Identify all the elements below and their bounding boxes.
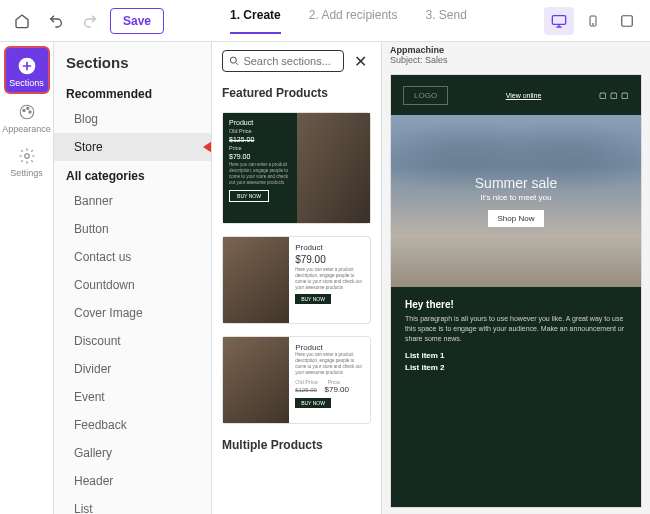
svg-point-6 (22, 109, 24, 111)
template-card[interactable]: Product Old Price $125.00 Price $79.00 H… (222, 112, 371, 224)
svg-point-7 (26, 107, 28, 109)
top-toolbar: Save 1. Create 2. Add recipients 3. Send (0, 0, 650, 42)
preview-meta: Appmachine Subject: Sales (382, 42, 650, 68)
tpl-price-label: Price (229, 145, 291, 151)
rail-settings-label: Settings (10, 168, 43, 178)
rail-sections[interactable]: Sections (4, 46, 50, 94)
tpl-desc: Here you can enter a product description… (229, 162, 291, 185)
tpl-product-label: Product (295, 343, 364, 352)
tpl-desc: Here you can enter a product description… (295, 267, 364, 290)
preview-subject-label: Subject: (390, 55, 423, 65)
body-greeting: Hey there! (405, 299, 627, 310)
instagram-icon[interactable]: ▢ (621, 91, 629, 100)
body-paragraph: This paragraph is all yours to use howev… (405, 314, 627, 343)
template-card[interactable]: Product Here you can enter a product des… (222, 336, 371, 424)
rail-appearance-label: Appearance (2, 124, 51, 134)
section-item-gallery[interactable]: Gallery (54, 439, 211, 467)
tpl-image-placeholder (223, 237, 289, 323)
sections-title: Sections (54, 42, 211, 79)
section-item-list[interactable]: List (54, 495, 211, 514)
tpl-oldprice-label: Old Price (229, 128, 291, 134)
heading-featured: Featured Products (222, 86, 371, 100)
section-item-divider[interactable]: Divider (54, 355, 211, 383)
tpl-buy-button: BUY NOW (295, 398, 331, 408)
templates-panel: ✕ Featured Products Product Old Price $1… (212, 42, 382, 514)
svg-point-9 (24, 154, 29, 159)
tpl-price: $79.00 (229, 153, 291, 160)
group-recommended: Recommended (54, 79, 211, 105)
preview-subject-value: Sales (425, 55, 448, 65)
preview-canvas[interactable]: LOGO View online ▢ ▢ ▢ Summer sale It's … (390, 74, 642, 508)
section-item-event[interactable]: Event (54, 383, 211, 411)
pointer-arrow-icon (203, 135, 211, 159)
section-item-store-label: Store (74, 140, 103, 154)
tpl-product-label: Product (229, 119, 291, 126)
section-item-header[interactable]: Header (54, 467, 211, 495)
section-item-banner[interactable]: Banner (54, 187, 211, 215)
tpl-product-label: Product (295, 243, 364, 252)
save-button[interactable]: Save (110, 8, 164, 34)
search-icon (229, 55, 239, 67)
tpl-price: $79.00 (295, 254, 364, 265)
section-item-button[interactable]: Button (54, 215, 211, 243)
section-item-countdown[interactable]: Countdown (54, 271, 211, 299)
list-item: List item 2 (405, 363, 627, 372)
view-online-link[interactable]: View online (506, 92, 542, 99)
section-item-store[interactable]: Store (54, 133, 211, 161)
mobile-preview-icon[interactable] (578, 7, 608, 35)
preview-panel: Appmachine Subject: Sales LOGO View onli… (382, 42, 650, 514)
twitter-icon[interactable]: ▢ (610, 91, 618, 100)
list-item: List item 1 (405, 351, 627, 360)
tpl-buy-button: BUY NOW (229, 190, 269, 202)
logo-placeholder: LOGO (403, 86, 448, 105)
left-rail: Sections Appearance Settings (0, 42, 54, 514)
rail-sections-label: Sections (9, 78, 44, 88)
undo-icon[interactable] (42, 7, 70, 35)
preview-expand-icon[interactable] (612, 7, 642, 35)
preview-appname: Appmachine (390, 45, 444, 55)
hero-image: Summer sale It's nice to meet you Shop N… (391, 115, 641, 287)
tpl-buy-button: BUY NOW (295, 294, 331, 304)
tpl-image-placeholder (223, 337, 289, 423)
home-icon[interactable] (8, 7, 36, 35)
step-create[interactable]: 1. Create (230, 8, 281, 34)
svg-rect-3 (622, 15, 633, 26)
search-box[interactable] (222, 50, 344, 72)
svg-point-8 (28, 111, 30, 113)
tpl-desc: Here you can enter a product description… (295, 352, 364, 375)
heading-multiple: Multiple Products (222, 438, 371, 452)
svg-point-2 (593, 23, 594, 24)
section-item-discount[interactable]: Discount (54, 327, 211, 355)
section-item-contact[interactable]: Contact us (54, 243, 211, 271)
group-all: All categories (54, 161, 211, 187)
redo-icon[interactable] (76, 7, 104, 35)
rail-appearance[interactable]: Appearance (4, 94, 50, 138)
palette-icon (17, 102, 37, 122)
section-item-feedback[interactable]: Feedback (54, 411, 211, 439)
search-input[interactable] (243, 55, 337, 67)
plus-circle-icon (17, 56, 37, 76)
wizard-steps: 1. Create 2. Add recipients 3. Send (230, 8, 467, 34)
tpl-oldprice: $125.00 (229, 136, 291, 143)
social-icons: ▢ ▢ ▢ (599, 91, 629, 100)
tpl-image-placeholder (297, 113, 371, 223)
section-item-blog[interactable]: Blog (54, 105, 211, 133)
rail-settings[interactable]: Settings (4, 138, 50, 182)
close-icon[interactable]: ✕ (350, 52, 371, 71)
tpl-oldprice: $125.00 (295, 387, 317, 393)
sections-panel: Sections Recommended Blog Store All cate… (54, 42, 212, 514)
facebook-icon[interactable]: ▢ (599, 91, 607, 100)
template-card[interactable]: Product $79.00 Here you can enter a prod… (222, 236, 371, 324)
gear-icon (17, 146, 37, 166)
tpl-price: $79.00 (325, 385, 349, 394)
svg-rect-0 (552, 15, 565, 24)
desktop-preview-icon[interactable] (544, 7, 574, 35)
step-send[interactable]: 3. Send (425, 8, 466, 34)
step-recipients[interactable]: 2. Add recipients (309, 8, 398, 34)
section-item-cover[interactable]: Cover Image (54, 299, 211, 327)
svg-point-10 (230, 57, 236, 63)
